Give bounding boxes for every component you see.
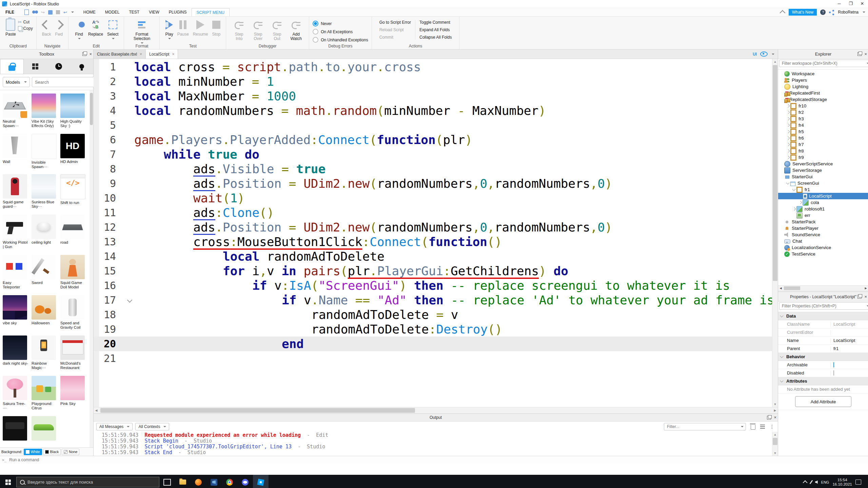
explorer-node-fr2[interactable]: fr2 — [778, 109, 868, 116]
property-row-archivable[interactable]: Archivable — [778, 361, 868, 369]
action-expand-all-folds[interactable]: Expand All Folds — [419, 27, 452, 32]
fold-gutter[interactable] — [116, 191, 134, 205]
minimize-button[interactable]: ─ — [833, 0, 845, 8]
action-reload-script[interactable]: Reload Script — [379, 27, 411, 32]
toolbox-tab-inventory[interactable] — [24, 59, 47, 74]
add-attribute-button[interactable]: Add Attribute — [795, 396, 852, 407]
explorer-node-fr8[interactable]: fr8 — [778, 148, 868, 154]
fold-gutter[interactable] — [116, 103, 134, 118]
explorer-node-fr1[interactable]: fr1 — [778, 186, 868, 193]
ui-visibility-eye-icon[interactable] — [760, 52, 768, 57]
code-line-11[interactable]: 11ads:Clone() — [94, 205, 772, 220]
code-line-20[interactable]: 20end — [94, 337, 772, 351]
explorer-node-fr5[interactable]: fr5 — [778, 128, 868, 135]
editor-vertical-scrollbar[interactable]: ▲ ▼ — [772, 59, 778, 407]
action-commit[interactable]: Commit — [379, 35, 411, 40]
toolbox-item[interactable]: Invisible Spawn··· — [32, 134, 57, 174]
toolbox-item[interactable]: Speed and Gravity Coil — [60, 295, 86, 336]
cut-button[interactable]: ✂Cut — [18, 19, 33, 25]
menu-tab-test[interactable]: TEST — [124, 8, 144, 16]
tab-close-icon[interactable]: × — [140, 52, 142, 57]
toolbox-item[interactable]: Vibe Kit (Sky Effects Only) — [32, 94, 57, 134]
doc-tab-localscript[interactable]: LocalScript× — [146, 49, 178, 59]
explorer-node-startergui[interactable]: StarterGui — [778, 174, 868, 180]
editor-horizontal-scrollbar[interactable]: ◀ ▶ — [94, 407, 778, 413]
explorer-node-fr7[interactable]: fr7 — [778, 141, 868, 148]
toolbox-item[interactable]: Pink Sky — [60, 376, 86, 416]
code-line-9[interactable]: 9ads.Position = UDim2.new(randomNumbers,… — [94, 176, 772, 191]
select-button[interactable]: Select — [105, 18, 120, 40]
toolbox-item[interactable]: Neutral Spawn··· — [3, 94, 28, 134]
copy-button[interactable]: Copy — [18, 26, 33, 31]
checkbox-archivable[interactable] — [833, 362, 834, 367]
code-line-12[interactable]: 12ads.Position = UDim2.new(randomNumbers… — [94, 220, 772, 235]
user-dropdown-icon[interactable] — [863, 12, 865, 14]
scroll-up-icon[interactable]: ▲ — [772, 59, 778, 64]
property-row-classname[interactable]: ClassNameLocalScript — [778, 320, 868, 328]
taskbar-file-explorer[interactable] — [175, 475, 191, 488]
paste-button[interactable]: Paste — [3, 18, 18, 37]
explorer-node-fr6[interactable]: fr6 — [778, 135, 868, 141]
start-button[interactable] — [0, 475, 16, 488]
toolbox-item[interactable] — [32, 416, 57, 447]
file-menu[interactable]: FILE — [0, 8, 20, 16]
resume-button[interactable]: Resume — [191, 18, 210, 37]
explorer-node-chat[interactable]: Chat — [778, 238, 868, 244]
command-bar[interactable]: >_ — [0, 456, 868, 464]
toolbox-scrollbar[interactable] — [90, 90, 93, 447]
scroll-left-icon[interactable]: ◀ — [94, 407, 99, 413]
explorer-node-soundservice[interactable]: SoundService — [778, 231, 868, 238]
step-over-button[interactable]: Step Over — [249, 18, 268, 41]
debug-radio-on-all-exceptions[interactable]: On All Exceptions — [313, 29, 368, 35]
fold-gutter[interactable] — [116, 337, 134, 351]
code-line-8[interactable]: 8ads.Visible = true — [94, 162, 772, 176]
properties-close-icon[interactable]: × — [864, 295, 867, 299]
action-toggle-comment[interactable]: Toggle Comment — [419, 20, 452, 25]
tray-expand-icon[interactable] — [803, 480, 807, 485]
code-line-4[interactable]: 4local randomNumbers = math.random(minNu… — [94, 103, 772, 118]
scroll-down-icon[interactable]: ▼ — [772, 402, 778, 407]
explorer-filter-input[interactable] — [781, 61, 866, 66]
toolbox-item[interactable]: vibe sky — [3, 295, 28, 336]
toolbox-item[interactable]: High Quality Sky :) — [60, 94, 86, 134]
code-line-2[interactable]: 2local minNumber = 1 — [94, 74, 772, 89]
menu-tab-model[interactable]: MODEL — [100, 8, 124, 16]
code-line-6[interactable]: 6game.Players.PlayerAdded:Connect(functi… — [94, 133, 772, 147]
toolbox-item[interactable]: Squid game guard··· — [3, 174, 28, 215]
explorer-node-serverscriptservice[interactable]: ServerScriptService — [778, 161, 868, 167]
toolbox-item[interactable]: Sword — [32, 255, 57, 295]
explorer-node-fr3[interactable]: fr3 — [778, 116, 868, 122]
find-button[interactable]: Find — [72, 18, 86, 40]
fold-gutter[interactable] — [116, 235, 134, 249]
taskbar-discord[interactable] — [237, 475, 253, 488]
fold-gutter[interactable] — [116, 351, 134, 366]
script-editor[interactable]: 1local cross = script.path.to.your.cross… — [94, 59, 778, 407]
scroll-right-icon[interactable]: ▶ — [772, 407, 778, 413]
explorer-node-fr10[interactable]: fr10 — [778, 103, 868, 109]
action-go-to-script-error[interactable]: Go to Script Error — [379, 20, 411, 25]
format-selection-button[interactable]: Format Selection — [127, 18, 156, 44]
close-button[interactable]: ✕ — [856, 0, 868, 8]
code-line-13[interactable]: 13cross:MouseButton1Click:Connect(functi… — [94, 235, 772, 249]
explorer-node-screengui[interactable]: ScreenGui — [778, 180, 868, 186]
toolbox-tab-recent[interactable] — [47, 59, 70, 74]
taskbar-app-navy[interactable] — [206, 475, 222, 488]
explorer-node-fr4[interactable]: fr4 — [778, 122, 868, 128]
explorer-node-localizationservice[interactable]: LocalizationService — [778, 244, 868, 251]
fold-gutter[interactable] — [116, 307, 134, 322]
add-watch-button[interactable]: Add Watch — [287, 18, 305, 41]
contexts-filter-dropdown[interactable]: All Contexts — [135, 423, 169, 430]
toolbox-item[interactable] — [3, 416, 28, 447]
messages-filter-dropdown[interactable]: All Messages — [96, 423, 133, 430]
share-icon[interactable] — [829, 9, 834, 15]
pause-button[interactable]: Pause — [175, 18, 191, 37]
category-dropdown[interactable]: Models — [3, 77, 30, 87]
code-line-15[interactable]: 15for i,v in pairs(plr.PlayerGui:GetChil… — [94, 264, 772, 278]
toolbox-item[interactable]: Wall — [3, 134, 28, 174]
notification-center-icon[interactable] — [855, 480, 861, 485]
code-line-18[interactable]: 18randomAdToDelete = v — [94, 307, 772, 322]
output-float-icon[interactable] — [767, 416, 771, 420]
fold-gutter[interactable] — [116, 118, 134, 133]
explorer-close-icon[interactable]: × — [864, 53, 867, 56]
property-row-parent[interactable]: Parentfr1 — [778, 345, 868, 353]
